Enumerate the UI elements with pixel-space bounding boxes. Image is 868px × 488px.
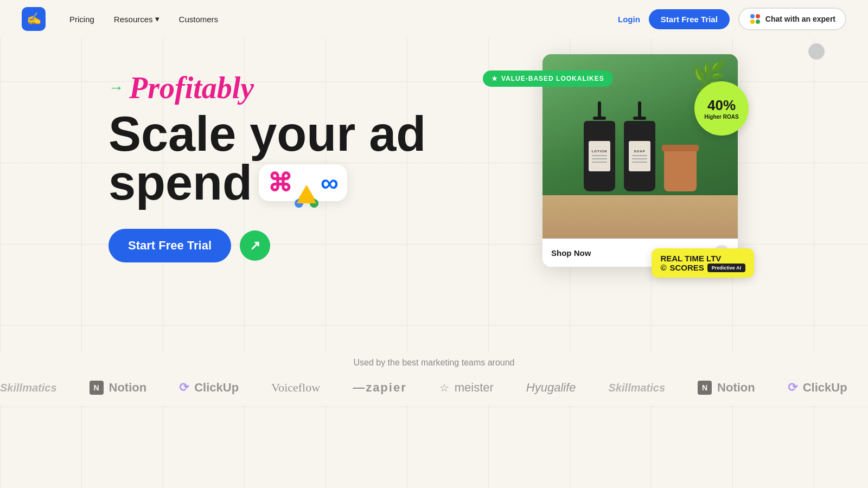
- zapier-text-1: —zapier: [353, 381, 407, 395]
- pot-rim: [662, 145, 699, 151]
- google-colors-icon: [750, 14, 760, 24]
- wooden-surface: [542, 195, 738, 239]
- skillmatics-text-1: Skillmatics: [0, 382, 57, 394]
- nav-links: Pricing Resources ▾ Customers: [62, 10, 618, 28]
- bottle-1: LOTION: [584, 101, 615, 191]
- hero-section: → Profitably Scale your ad spend ⌘: [0, 38, 868, 352]
- notion-icon-2: N: [698, 381, 712, 395]
- soap-bottles: LOTION SOAP: [584, 101, 697, 191]
- ltv-line1-text: REAL TIME LTV: [660, 254, 721, 263]
- nav-pricing[interactable]: Pricing: [62, 10, 102, 28]
- lotion-label: LOTION: [592, 150, 608, 153]
- chevron-down-icon: ▾: [155, 14, 159, 24]
- chat-expert-button[interactable]: Chat with an expert: [738, 8, 846, 30]
- clickup-icon-2: ⟳: [788, 381, 797, 395]
- logo-voiceflow-1: Voiceflow: [271, 381, 320, 395]
- gc-blue: [750, 14, 755, 18]
- lookalike-badge: ★ VALUE-BASED LOOKALIKES: [483, 70, 613, 87]
- bottle-body-2: SOAP: [624, 121, 655, 191]
- arrow-icon: →: [108, 79, 124, 97]
- start-trial-hero-button[interactable]: Start Free Trial: [108, 229, 231, 262]
- notion-label-2: Notion: [717, 381, 755, 395]
- notion-label-1: Notion: [109, 381, 147, 395]
- nav-actions: Login Start Free Trial Chat with an expe…: [618, 8, 846, 30]
- framer-icon: ⌘: [267, 170, 292, 195]
- hero-headline-line1: Scale your ad: [108, 110, 499, 158]
- pump-head-1: [593, 117, 606, 120]
- logo-icon: ✍: [27, 12, 41, 26]
- hero-tagline: → Profitably: [108, 70, 499, 105]
- label-line-1c: [592, 162, 607, 163]
- ltv-scores: SCORES: [669, 263, 704, 272]
- google-ads-icon: [292, 169, 321, 197]
- nav-logo[interactable]: ✍: [22, 7, 46, 31]
- expert-icon: [749, 13, 761, 25]
- svg-marker-5: [297, 186, 316, 203]
- notion-n-2: N: [702, 383, 707, 392]
- nav-resources-label: Resources: [114, 15, 153, 24]
- logo-skillmatics-1: Skillmatics: [0, 382, 57, 394]
- bottle-label-2: SOAP: [629, 141, 650, 171]
- roas-percent: 40%: [707, 97, 736, 114]
- shop-now-text: Shop Now: [551, 248, 591, 258]
- hero-headline: Scale your ad spend ⌘: [108, 110, 499, 207]
- logo-notion-2: N Notion: [698, 381, 755, 395]
- label-line-1b: [592, 158, 607, 159]
- gc-yellow: [750, 20, 755, 24]
- soap-label: SOAP: [634, 150, 645, 153]
- voiceflow-text-1: Voiceflow: [271, 381, 320, 395]
- logos-section: Used by the best marketing teams around …: [0, 352, 868, 406]
- cta-arrow-button[interactable]: ↗: [240, 230, 270, 261]
- notion-icon-1: N: [90, 381, 104, 395]
- navbar: ✍ Pricing Resources ▾ Customers Login St…: [0, 0, 868, 38]
- clickup-label-2: ClickUp: [803, 381, 847, 395]
- meister-text-1: meister: [455, 381, 494, 395]
- nav-customers[interactable]: Customers: [171, 10, 226, 28]
- label-line-2c: [632, 162, 647, 163]
- clickup-label-1: ClickUp: [194, 381, 239, 395]
- chat-expert-label: Chat with an expert: [765, 15, 835, 23]
- label-line-1a: [592, 155, 607, 156]
- logo-zapier-1: —zapier: [353, 381, 407, 395]
- logos-tagline: Used by the best marketing teams around: [0, 358, 868, 368]
- hero-left: → Profitably Scale your ad spend ⌘: [108, 60, 499, 262]
- pump-stem-2: [638, 101, 641, 117]
- meta-icon: ∞: [321, 170, 339, 195]
- roas-badge: 40% Higher ROAS: [694, 81, 749, 136]
- nav-resources[interactable]: Resources ▾: [106, 10, 167, 28]
- meister-star-1: ☆: [439, 381, 449, 394]
- bottle-body-1: LOTION: [584, 121, 615, 191]
- badge-star-icon: ★: [492, 75, 498, 82]
- predictive-ai-badge: Predictive AI: [707, 264, 745, 272]
- ltv-line2: © SCORES Predictive AI: [660, 263, 745, 272]
- headline-spend: spend: [108, 158, 252, 207]
- gc-red: [756, 14, 760, 18]
- logo-skillmatics-2: Skillmatics: [609, 382, 666, 394]
- logo-clickup-2: ⟳ ClickUp: [788, 381, 847, 395]
- logos-marquee: Skillmatics N Notion ⟳ ClickUp Voiceflow…: [0, 381, 868, 395]
- ltv-copyright: ©: [660, 263, 666, 272]
- hero-right: ★ VALUE-BASED LOOKALIKES 40% Higher ROAS…: [499, 54, 738, 267]
- logo-notion-1: N Notion: [90, 381, 147, 395]
- hero-cta: Start Free Trial ↗: [108, 229, 499, 262]
- platform-icons: ⌘ ∞: [259, 164, 347, 201]
- logo-hyugalife-1: Hyugalife: [526, 381, 576, 395]
- logo-clickup-1: ⟳ ClickUp: [179, 381, 239, 395]
- hero-headline-line2: spend ⌘: [108, 158, 499, 207]
- clickup-icon-1: ⟳: [179, 381, 189, 395]
- hyuga-text-1: Hyugalife: [526, 381, 576, 395]
- label-line-2a: [632, 155, 647, 156]
- label-line-2b: [632, 158, 647, 159]
- roas-label: Higher ROAS: [704, 114, 738, 120]
- logos-track: Skillmatics N Notion ⟳ ClickUp Voiceflow…: [0, 381, 868, 395]
- logo-meister-1: ☆ meister: [439, 381, 494, 395]
- pump-head-2: [633, 117, 646, 120]
- lookalike-badge-text: VALUE-BASED LOOKALIKES: [501, 75, 604, 82]
- notion-n-1: N: [93, 383, 99, 392]
- ltv-line1: REAL TIME LTV: [660, 254, 745, 263]
- gc-green: [756, 20, 760, 24]
- ltv-badge: REAL TIME LTV © SCORES Predictive AI: [652, 248, 754, 278]
- start-trial-nav-button[interactable]: Start Free Trial: [649, 9, 730, 29]
- login-button[interactable]: Login: [618, 15, 640, 24]
- pump-stem-1: [598, 101, 601, 117]
